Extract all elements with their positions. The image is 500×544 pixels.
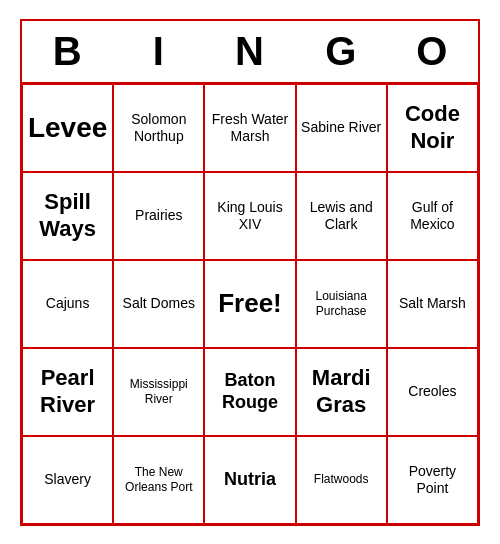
bingo-cell-21[interactable]: The New Orleans Port [113,436,204,524]
bingo-cell-2[interactable]: Fresh Water Marsh [204,84,295,172]
bingo-header: B I N G O [22,21,478,84]
bingo-cell-20[interactable]: Slavery [22,436,113,524]
bingo-cell-10[interactable]: Cajuns [22,260,113,348]
bingo-cell-0[interactable]: Levee [22,84,113,172]
bingo-cell-1[interactable]: Solomon Northup [113,84,204,172]
bingo-cell-22[interactable]: Nutria [204,436,295,524]
bingo-card: B I N G O LeveeSolomon NorthupFresh Wate… [20,19,480,526]
header-o: O [387,21,478,82]
bingo-cell-24[interactable]: Poverty Point [387,436,478,524]
bingo-cell-23[interactable]: Flatwoods [296,436,387,524]
bingo-cell-5[interactable]: Spill Ways [22,172,113,260]
bingo-cell-14[interactable]: Salt Marsh [387,260,478,348]
bingo-cell-11[interactable]: Salt Domes [113,260,204,348]
bingo-cell-8[interactable]: Lewis and Clark [296,172,387,260]
bingo-cell-13[interactable]: Louisiana Purchase [296,260,387,348]
bingo-cell-7[interactable]: King Louis XIV [204,172,295,260]
header-b: B [22,21,113,82]
header-i: I [113,21,204,82]
bingo-cell-4[interactable]: Code Noir [387,84,478,172]
bingo-grid: LeveeSolomon NorthupFresh Water MarshSab… [22,84,478,524]
bingo-cell-18[interactable]: Mardi Gras [296,348,387,436]
bingo-cell-12[interactable]: Free! [204,260,295,348]
bingo-cell-17[interactable]: Baton Rouge [204,348,295,436]
bingo-cell-19[interactable]: Creoles [387,348,478,436]
bingo-cell-15[interactable]: Pearl River [22,348,113,436]
bingo-cell-16[interactable]: Mississippi River [113,348,204,436]
bingo-cell-6[interactable]: Prairies [113,172,204,260]
bingo-cell-3[interactable]: Sabine River [296,84,387,172]
header-g: G [296,21,387,82]
bingo-cell-9[interactable]: Gulf of Mexico [387,172,478,260]
header-n: N [204,21,295,82]
